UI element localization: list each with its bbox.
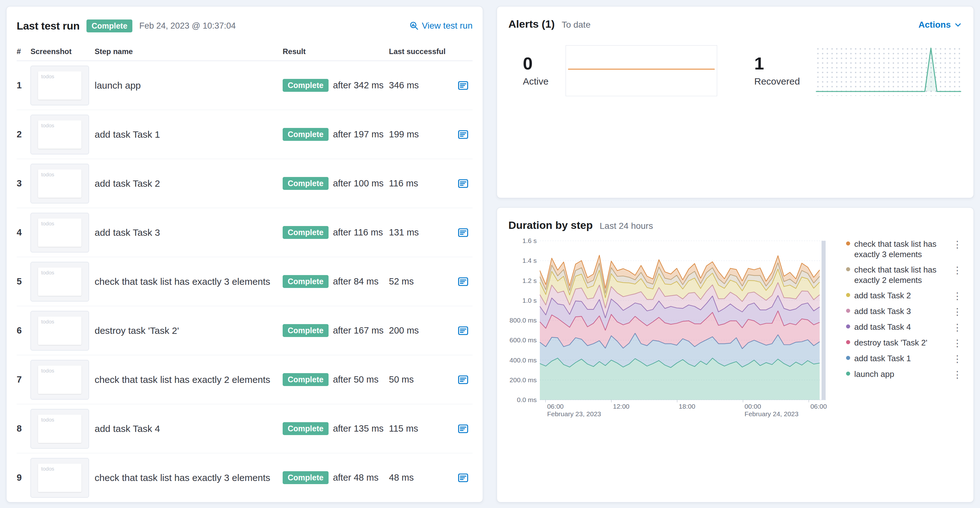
legend-item[interactable]: check that task list has exactly 2 eleme… (846, 265, 962, 285)
step-last-successful: 199 ms (389, 129, 454, 140)
last-test-run-header: Last test run Complete Feb 24, 2023 @ 10… (17, 6, 473, 43)
step-detail-icon (457, 276, 469, 287)
step-status-badge: Complete (283, 422, 329, 435)
step-number: 9 (17, 473, 30, 483)
step-detail-button[interactable] (454, 276, 473, 287)
view-test-run-label: View test run (422, 21, 473, 31)
legend-label: add task Task 2 (854, 291, 953, 301)
step-detail-button[interactable] (454, 227, 473, 238)
step-screenshot-thumbnail[interactable]: todos (30, 458, 89, 498)
step-screenshot-thumbnail[interactable]: todos (30, 409, 89, 449)
alerts-actions-dropdown[interactable]: Actions (918, 20, 962, 30)
duration-stacked-area-chart: 0.0 ms200.0 ms400.0 ms600.0 ms800.0 ms1.… (508, 237, 829, 422)
legend-item-menu-icon[interactable]: ⋮ (953, 338, 962, 348)
alerts-stats-row: 0 Active 1 Recovered (508, 45, 962, 96)
duration-title: Duration by step (508, 219, 593, 231)
alerts-panel: Alerts (1) To date Actions 0 Active 1 Re… (497, 6, 974, 198)
step-detail-button[interactable] (454, 325, 473, 337)
legend-item[interactable]: add task Task 2 ⋮ (846, 291, 962, 301)
thumbnail-app-title: todos (41, 171, 54, 178)
column-header-number: # (17, 47, 30, 56)
table-row: 5 todos check that task list has exactly… (17, 257, 473, 306)
thumbnail-app-title: todos (41, 319, 54, 325)
column-header-step-name: Step name (95, 47, 283, 56)
column-header-screenshot: Screenshot (30, 47, 95, 56)
legend-item[interactable]: destroy task 'Task 2' ⋮ (846, 338, 962, 348)
legend-item[interactable]: launch app ⋮ (846, 369, 962, 379)
legend-item-menu-icon[interactable]: ⋮ (953, 322, 962, 332)
legend-label: add task Task 1 (854, 353, 953, 364)
step-number: 6 (17, 325, 30, 336)
step-screenshot-thumbnail[interactable]: todos (30, 213, 89, 252)
thumbnail-content: todos (38, 268, 81, 296)
step-last-successful: 50 ms (389, 375, 454, 385)
step-screenshot-thumbnail[interactable]: todos (30, 360, 89, 400)
alerts-actions-label: Actions (918, 20, 951, 30)
step-detail-button[interactable] (454, 178, 473, 189)
step-detail-button[interactable] (454, 472, 473, 484)
step-screenshot-thumbnail[interactable]: todos (30, 66, 89, 105)
legend-color-dot (846, 241, 850, 246)
step-number: 1 (17, 80, 30, 90)
thumbnail-content: todos (38, 464, 81, 492)
recovered-alerts-sparkline (815, 46, 963, 96)
last-test-run-panel: Last test run Complete Feb 24, 2023 @ 10… (6, 6, 483, 502)
table-row: 6 todos destroy task 'Task 2' Completeaf… (17, 306, 473, 355)
legend-item[interactable]: add task Task 1 ⋮ (846, 353, 962, 364)
step-screenshot-thumbnail[interactable]: todos (30, 311, 89, 351)
legend-color-dot (846, 293, 850, 297)
legend-item-menu-icon[interactable]: ⋮ (953, 369, 962, 379)
step-screenshot-thumbnail[interactable]: todos (30, 262, 89, 302)
alerts-header: Alerts (1) To date Actions (508, 18, 962, 30)
duration-by-step-panel: Duration by step Last 24 hours 0.0 ms200… (497, 208, 974, 502)
legend-item[interactable]: check that task list has exactly 3 eleme… (846, 239, 962, 259)
thumbnail-content: todos (38, 121, 81, 149)
step-screenshot-thumbnail[interactable]: todos (30, 164, 89, 203)
chevron-down-icon (954, 21, 962, 29)
step-status-badge: Complete (283, 128, 329, 141)
step-name: check that task list has exactly 3 eleme… (95, 471, 283, 484)
legend-item[interactable]: add task Task 4 ⋮ (846, 322, 962, 332)
legend-item-menu-icon[interactable]: ⋮ (953, 353, 962, 364)
step-last-successful: 52 ms (389, 276, 454, 287)
step-detail-icon (457, 80, 469, 91)
legend-item[interactable]: add task Task 3 ⋮ (846, 306, 962, 317)
step-name: add task Task 4 (95, 422, 283, 435)
thumbnail-app-title: todos (41, 122, 54, 129)
svg-text:200.0 ms: 200.0 ms (510, 376, 537, 384)
step-detail-button[interactable] (454, 423, 473, 435)
step-detail-button[interactable] (454, 374, 473, 386)
step-detail-button[interactable] (454, 80, 473, 91)
step-number: 2 (17, 129, 30, 140)
svg-text:1.2 s: 1.2 s (522, 277, 537, 284)
step-detail-icon (457, 423, 469, 435)
step-detail-icon (457, 178, 469, 189)
step-status-badge: Complete (283, 324, 329, 337)
step-status-badge: Complete (283, 275, 329, 288)
step-screenshot-thumbnail[interactable]: todos (30, 115, 89, 154)
table-row: 3 todos add task Task 2 Completeafter 10… (17, 159, 473, 208)
steps-table-header: # Screenshot Step name Result Last succe… (17, 43, 473, 61)
step-duration: after 135 ms (333, 424, 383, 434)
step-name: destroy task 'Task 2' (95, 324, 283, 337)
step-duration: after 116 ms (333, 227, 383, 238)
svg-text:06:00: 06:00 (547, 403, 564, 410)
legend-item-menu-icon[interactable]: ⋮ (953, 239, 962, 249)
step-number: 7 (17, 375, 30, 385)
thumbnail-content: todos (38, 365, 81, 394)
step-name: launch app (95, 79, 283, 92)
legend-label: check that task list has exactly 2 eleme… (854, 265, 953, 285)
legend-item-menu-icon[interactable]: ⋮ (953, 265, 962, 275)
thumbnail-app-title: todos (41, 73, 54, 79)
column-header-last-successful: Last successful (389, 47, 454, 56)
step-status-badge: Complete (283, 471, 329, 484)
step-detail-icon (457, 227, 469, 238)
active-alerts-stat: 0 Active (523, 55, 566, 87)
step-duration: after 84 ms (333, 276, 379, 287)
legend-item-menu-icon[interactable]: ⋮ (953, 306, 962, 317)
legend-item-menu-icon[interactable]: ⋮ (953, 291, 962, 301)
view-test-run-link[interactable]: View test run (409, 21, 473, 31)
thumbnail-content: todos (38, 71, 81, 100)
step-number: 8 (17, 424, 30, 434)
step-detail-button[interactable] (454, 129, 473, 140)
